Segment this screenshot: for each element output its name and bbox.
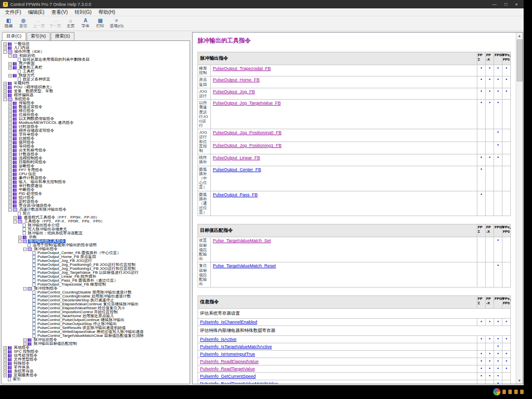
sidebar-tab[interactable]: 目录(C) — [2, 32, 26, 40]
tree-item[interactable]: PulseControl_WriteElapsedValue 将经过值写入脉冲输… — [2, 330, 190, 334]
tree-item[interactable]: PulseControl_NearHome 启用接近原点输入 — [2, 314, 190, 318]
tree-item[interactable]: +示例 — [2, 235, 190, 239]
tree-item[interactable]: +输入、输出和单元控制指令 — [2, 180, 190, 184]
tree-item[interactable]: +寄存器/存储器指令 — [2, 204, 190, 208]
tree-item[interactable]: 简介 — [2, 212, 190, 216]
toolbar-button[interactable]: ▤打印 — [94, 17, 107, 29]
tree-item[interactable]: 适用于控制/监视脉冲输出的指令说明 — [2, 243, 190, 247]
tree-item[interactable]: +中断指令 — [2, 188, 190, 192]
tree-item[interactable]: PulseOutput_Jog_Positioning1_FB JOG运行和位置… — [2, 267, 190, 271]
tree-item[interactable]: +计时器指令 — [2, 125, 190, 129]
tree-item[interactable]: PulseControl_CountingEnable 启用脉冲输出通道计数 — [2, 294, 190, 298]
content-link[interactable]: PulseOutput_Jog_TargetValue_FB — [213, 101, 281, 106]
tree-item[interactable]: +通道模式工具指令（FP7、FP0H、FP-X0） — [2, 216, 190, 219]
tree-item[interactable]: +其他指令 — [2, 346, 190, 350]
expand-icon[interactable]: + — [8, 196, 12, 200]
tree-item[interactable]: 索引 — [2, 377, 190, 381]
menu-item[interactable]: 转到(G) — [71, 8, 95, 16]
tree-item[interactable]: +Modbus/MEWTOCOL 通讯指令 — [2, 121, 190, 125]
content-link[interactable]: PulseInfo_IsActive — [200, 337, 236, 342]
tree-item[interactable]: +脉冲输出目标值匹配控制 — [2, 342, 190, 346]
content-link[interactable]: PulseOutput_Jog_Positioning0_FB — [213, 130, 282, 135]
expand-icon[interactable]: + — [8, 137, 12, 141]
tree-item[interactable]: +移位指令 — [2, 109, 190, 113]
tree-item[interactable]: +CPU 信息 — [2, 172, 190, 176]
tree-item[interactable]: +诊断指令 — [2, 164, 190, 168]
tree-item[interactable]: +SFC 控制指令 — [2, 350, 190, 354]
tree-item[interactable]: +系统寄存器 — [2, 369, 190, 373]
expand-icon[interactable]: + — [3, 346, 7, 350]
expand-icon[interactable]: + — [8, 106, 12, 109]
collapse-icon[interactable]: − — [23, 287, 27, 290]
tree-item[interactable]: PulseControl_PulseOutputStop 停止脉冲输出 — [2, 322, 190, 326]
expand-icon[interactable]: + — [8, 169, 12, 172]
tree-item[interactable]: +统计指令 — [2, 196, 190, 200]
tree-item[interactable]: +循环指令 — [2, 141, 190, 145]
collapse-icon[interactable]: − — [3, 50, 7, 54]
collapse-icon[interactable]: − — [8, 54, 12, 58]
content-link[interactable]: PulseOutput_Center_FB — [213, 167, 261, 172]
expand-icon[interactable]: + — [3, 370, 7, 373]
minimize-button[interactable]: — — [492, 2, 497, 7]
tree-item[interactable]: +常规特性 — [2, 81, 190, 85]
tree-item[interactable]: +FP7 专用指令 — [2, 168, 190, 172]
expand-icon[interactable]: + — [18, 236, 22, 239]
expand-icon[interactable]: + — [3, 358, 7, 362]
tree-item[interactable]: +字符串指令 — [2, 133, 190, 137]
scroll-down-icon[interactable]: ▼ — [516, 377, 523, 384]
expand-icon[interactable]: + — [8, 192, 12, 196]
tree-item[interactable]: PulseOutput_Jog_FB JOG运行 — [2, 259, 190, 263]
toolbar-button[interactable]: ⌂主页 — [64, 17, 77, 29]
expand-icon[interactable]: + — [8, 204, 12, 208]
expand-icon[interactable]: + — [8, 133, 12, 137]
tree-item[interactable]: +比较指令 — [2, 137, 190, 141]
expand-icon[interactable]: + — [23, 342, 27, 346]
tree-item[interactable]: PulseControl_TargetValueMatchClear 目标值匹配… — [2, 334, 190, 338]
tree-item[interactable]: +菜单和工具栏 — [2, 66, 190, 70]
sidebar-tab[interactable]: 索引(N) — [27, 32, 51, 40]
toolbar-button[interactable]: ◎定位 — [17, 17, 30, 29]
content-link[interactable]: PulseInfo_IsHomeInputTrue — [200, 352, 255, 357]
expand-icon[interactable]: + — [8, 113, 12, 117]
content-link[interactable]: PulseOutput_Pass_FB — [213, 192, 258, 197]
expand-icon[interactable]: + — [3, 90, 7, 93]
tree-item[interactable]: PulseOutput_Home_FB 原点返回 — [2, 255, 190, 259]
content-link[interactable]: PulseInfo_IsChannelEnabled — [200, 320, 257, 325]
expand-icon[interactable]: + — [3, 366, 7, 369]
expand-icon[interactable]: + — [8, 188, 12, 192]
collapse-icon[interactable]: − — [23, 248, 27, 251]
expand-icon[interactable]: + — [3, 350, 7, 354]
content-link[interactable]: PulseOutput_Jog_Positioning1_FB — [213, 143, 282, 148]
collapse-icon[interactable]: − — [18, 240, 22, 243]
expand-icon[interactable]: + — [23, 338, 27, 342]
tree-item[interactable]: +传输指令 — [2, 101, 190, 105]
collapse-icon[interactable]: − — [3, 98, 7, 101]
toolbar-button[interactable]: ◧隐藏 — [2, 17, 15, 29]
tree-item[interactable]: PulseControl_ElapsedValueReset 经过值复位为 0 — [2, 306, 190, 310]
scrollbar-thumb[interactable] — [517, 39, 523, 81]
tree-item[interactable]: +日期和时间指令 — [2, 160, 190, 164]
tree-item[interactable]: −操作环境（IDE） — [2, 50, 190, 54]
expand-icon[interactable]: + — [3, 46, 7, 50]
tree-item[interactable]: +一般信息 — [2, 42, 190, 46]
tree-item[interactable]: 工具栏 — [2, 70, 190, 73]
content-link[interactable]: PulseInfo_GetCurrentSpeed — [200, 374, 256, 379]
expand-icon[interactable]: + — [8, 149, 12, 152]
expand-icon[interactable]: + — [8, 102, 12, 105]
content-link[interactable]: PulseInfo_IsTargetValueMatchActive — [200, 344, 272, 349]
expand-icon[interactable]: + — [8, 62, 12, 66]
tree-item[interactable]: −脉冲控制指令 — [2, 287, 190, 290]
expand-icon[interactable]: + — [3, 82, 7, 85]
expand-icon[interactable]: + — [3, 362, 7, 365]
tree-item[interactable]: PulseOutput_Trapezoidal_FB 梯形控制 — [2, 283, 190, 287]
expand-icon[interactable]: + — [3, 354, 7, 358]
expand-icon[interactable]: + — [3, 94, 7, 97]
expand-icon[interactable]: + — [8, 125, 12, 129]
expand-icon[interactable]: + — [8, 117, 12, 121]
tree-item[interactable]: −脉冲输出指令 — [2, 247, 190, 251]
tree-item[interactable]: +位操作指令 — [2, 113, 190, 117]
tree-item[interactable]: +分支和标号指令 — [2, 148, 190, 152]
expand-icon[interactable]: + — [8, 184, 12, 188]
expand-icon[interactable]: + — [8, 177, 12, 180]
tree-item[interactable]: 自定义各种设置 — [2, 77, 190, 81]
